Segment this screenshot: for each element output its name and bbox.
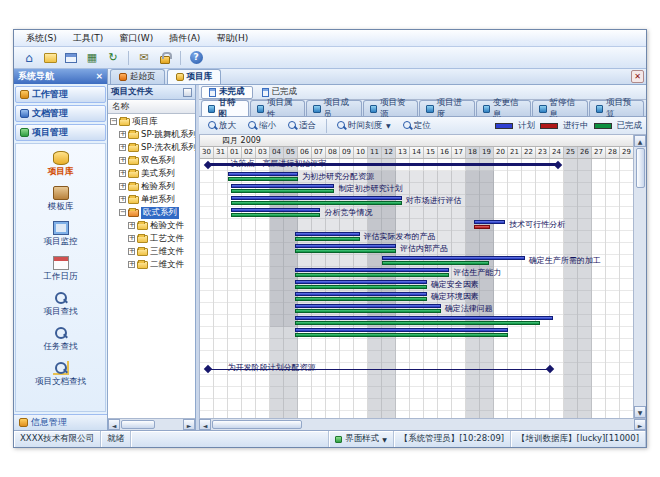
tree-item[interactable]: +SP-跳舞机系列 — [108, 128, 195, 141]
gantt-hscrollbar[interactable]: ◄ ► — [199, 418, 646, 430]
plan-bar[interactable] — [231, 208, 321, 212]
toolbar-button[interactable] — [41, 49, 59, 66]
zoom-out-button[interactable]: 缩小 — [243, 118, 281, 133]
folders-scroll-thumb[interactable] — [121, 420, 155, 429]
done-bar[interactable] — [295, 297, 427, 301]
gantt-vscroll-thumb[interactable] — [636, 148, 645, 188]
sidebar-item[interactable]: 工作日历 — [18, 253, 104, 286]
plan-bar[interactable] — [295, 268, 449, 272]
tree-item[interactable]: +工艺文件 — [108, 232, 195, 245]
plan-bar[interactable] — [474, 220, 505, 224]
plan-bar[interactable] — [295, 304, 441, 308]
scroll-left-icon[interactable]: ◄ — [108, 419, 120, 430]
plan-bar[interactable] — [231, 184, 335, 188]
toolbar-button[interactable]: ✉ — [135, 49, 153, 66]
plan-bar[interactable] — [295, 292, 427, 296]
sidebar-footer-info[interactable]: 信息管理 — [14, 414, 107, 430]
sidebar-item[interactable]: 项目库 — [18, 148, 104, 181]
sidebar-item[interactable]: 任务查找 — [18, 323, 104, 356]
close-icon[interactable]: × — [95, 72, 103, 81]
view-tab[interactable]: 项目资源 — [363, 100, 418, 116]
plan-bar[interactable] — [295, 328, 508, 332]
plan-bar[interactable] — [228, 172, 298, 176]
expand-toggle-icon[interactable]: + — [119, 131, 126, 138]
panel-menu-icon[interactable] — [183, 88, 192, 97]
scroll-up-icon[interactable]: ▲ — [634, 135, 646, 147]
toolbar-button[interactable]: ↻ — [104, 49, 122, 66]
menu-item[interactable]: 工具(T) — [65, 31, 112, 46]
tree-item[interactable]: −项目库 — [108, 115, 195, 128]
plan-bar[interactable] — [295, 232, 359, 236]
scroll-right-icon[interactable]: ► — [634, 419, 646, 430]
expand-toggle-icon[interactable]: + — [119, 170, 126, 177]
sidebar-item[interactable]: 项目监控 — [18, 218, 104, 251]
sidebar-item[interactable]: 项目文档查找 — [18, 358, 104, 391]
menu-item[interactable]: 系统(S) — [18, 31, 65, 46]
tree-item[interactable]: +双色系列 — [108, 154, 195, 167]
done-bar[interactable] — [295, 321, 540, 325]
gantt-grid[interactable]: 决策点 - 高层进行初始评审为初步研究分配资源制定初步研究计划对市场进行评估分析… — [200, 159, 633, 418]
done-bar[interactable] — [382, 261, 489, 265]
plan-bar[interactable] — [295, 244, 396, 248]
sidebar-section[interactable]: 项目管理 — [15, 124, 106, 141]
sidebar-item[interactable]: 模板库 — [18, 183, 104, 216]
tree-item[interactable]: −欧式系列 — [108, 206, 195, 219]
milestone-diamond[interactable] — [204, 365, 212, 373]
expand-toggle-icon[interactable]: + — [128, 248, 135, 255]
done-bar[interactable] — [228, 177, 298, 181]
tree-item[interactable]: +美式系列 — [108, 167, 195, 180]
fit-button[interactable]: 适合 — [283, 118, 321, 133]
status-style-selector[interactable]: 界面样式 ▼ — [329, 431, 394, 447]
tree-item[interactable]: +单把系列 — [108, 193, 195, 206]
scroll-down-icon[interactable]: ▼ — [634, 406, 646, 418]
done-bar[interactable] — [295, 273, 449, 277]
gantt-hscroll-thumb[interactable] — [212, 420, 302, 429]
toolbar-button[interactable]: ▦ — [83, 49, 101, 66]
locate-button[interactable]: 定位 — [398, 118, 436, 133]
menu-item[interactable]: 帮助(H) — [208, 31, 256, 46]
toolbar-button[interactable]: ⌂ — [20, 49, 38, 66]
view-tab[interactable]: 项目属性 — [250, 100, 305, 116]
expand-toggle-icon[interactable]: + — [128, 261, 135, 268]
view-tab[interactable]: 项目进度 — [419, 100, 474, 116]
done-bar[interactable] — [295, 309, 441, 313]
tree-item[interactable]: +SP-洗衣机系列 — [108, 141, 195, 154]
view-tab[interactable]: 甘特图 — [201, 100, 249, 116]
done-bar[interactable] — [231, 201, 402, 205]
done-bar[interactable] — [231, 213, 321, 217]
done-bar[interactable] — [231, 189, 335, 193]
plan-bar[interactable] — [295, 316, 553, 320]
done-bar[interactable] — [295, 333, 508, 337]
folders-hscrollbar[interactable]: ◄ ► — [108, 418, 195, 430]
gantt-vscrollbar[interactable]: ▲ ▼ — [633, 135, 646, 418]
plan-bar[interactable] — [295, 280, 427, 284]
close-tab-icon[interactable]: ✕ — [631, 70, 644, 83]
view-tab[interactable]: 项目成员 — [306, 100, 361, 116]
done-bar[interactable] — [295, 249, 396, 253]
main-tab[interactable]: 项目库 — [167, 69, 222, 84]
plan-bar[interactable] — [231, 196, 402, 200]
view-tab[interactable]: 暂停信息 — [532, 100, 587, 116]
milestone-diamond[interactable] — [554, 161, 562, 169]
plan-bar[interactable] — [382, 256, 525, 260]
scroll-left-icon[interactable]: ◄ — [199, 419, 211, 430]
menu-item[interactable]: 插件(A) — [161, 31, 208, 46]
tree-item[interactable]: +三维文件 — [108, 245, 195, 258]
expand-toggle-icon[interactable]: − — [119, 209, 126, 216]
scroll-right-icon[interactable]: ► — [183, 419, 195, 430]
main-tab[interactable]: 起始页 — [110, 69, 165, 84]
milestone-diamond[interactable] — [546, 365, 554, 373]
menu-item[interactable]: 窗口(W) — [111, 31, 161, 46]
expand-toggle-icon[interactable]: + — [119, 157, 126, 164]
done-bar[interactable] — [295, 237, 359, 241]
inprogress-bar[interactable] — [474, 225, 489, 229]
toolbar-button[interactable] — [156, 49, 174, 66]
folders-column-header[interactable]: 名称 — [108, 100, 195, 114]
expand-toggle-icon[interactable]: − — [110, 118, 117, 125]
toolbar-button[interactable]: ? — [187, 49, 205, 66]
view-tab[interactable]: 变更信息 — [476, 100, 531, 116]
timescale-button[interactable]: 时间刻度▼ — [332, 118, 396, 133]
sidebar-item[interactable]: 项目查找 — [18, 288, 104, 321]
sidebar-section[interactable]: 文档管理 — [15, 105, 106, 122]
done-bar[interactable] — [295, 285, 427, 289]
